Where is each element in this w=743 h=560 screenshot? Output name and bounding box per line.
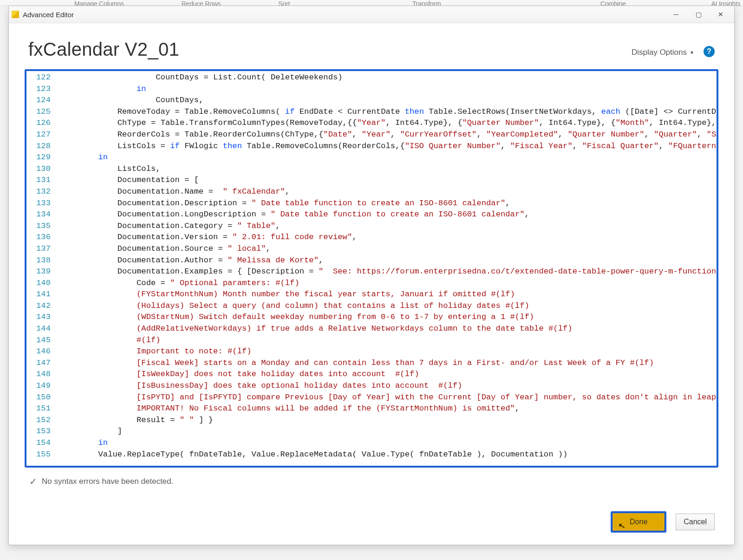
cancel-button[interactable]: Cancel — [676, 514, 715, 530]
minimize-button[interactable]: ─ — [665, 7, 687, 21]
cursor-icon: ↖ — [618, 521, 626, 532]
footer-buttons: Done ↖ Cancel — [611, 511, 715, 533]
status-text: No syntax errors have been detected. — [42, 477, 174, 486]
display-options-dropdown[interactable]: Display Options ▾ — [632, 48, 693, 57]
advanced-editor-window: Advanced Editor ─ ▢ ✕ fxCalendar V2_01 D… — [8, 6, 735, 545]
query-name: fxCalendar V2_01 — [28, 39, 179, 60]
display-options-label: Display Options — [632, 48, 687, 57]
close-button[interactable]: ✕ — [710, 7, 731, 21]
app-icon — [12, 11, 19, 18]
window-title: Advanced Editor — [23, 11, 74, 19]
header-row: fxCalendar V2_01 Display Options ▾ ? — [9, 23, 734, 62]
chevron-down-icon: ▾ — [691, 49, 693, 56]
code-editor[interactable]: 1221231241251261271281291301311321331341… — [25, 69, 718, 468]
code-pane[interactable]: CountDays = List.Count( DeleteWeekends) … — [56, 71, 717, 466]
titlebar: Advanced Editor ─ ▢ ✕ — [9, 6, 734, 23]
maximize-button[interactable]: ▢ — [688, 7, 709, 21]
status-row: ✓ No syntax errors have been detected. — [29, 477, 716, 486]
line-number-gutter: 1221231241251261271281291301311321331341… — [26, 71, 56, 466]
done-button[interactable]: Done ↖ — [613, 513, 665, 531]
done-button-highlight: Done ↖ — [611, 511, 666, 533]
help-icon[interactable]: ? — [704, 46, 715, 57]
check-icon: ✓ — [29, 478, 37, 485]
